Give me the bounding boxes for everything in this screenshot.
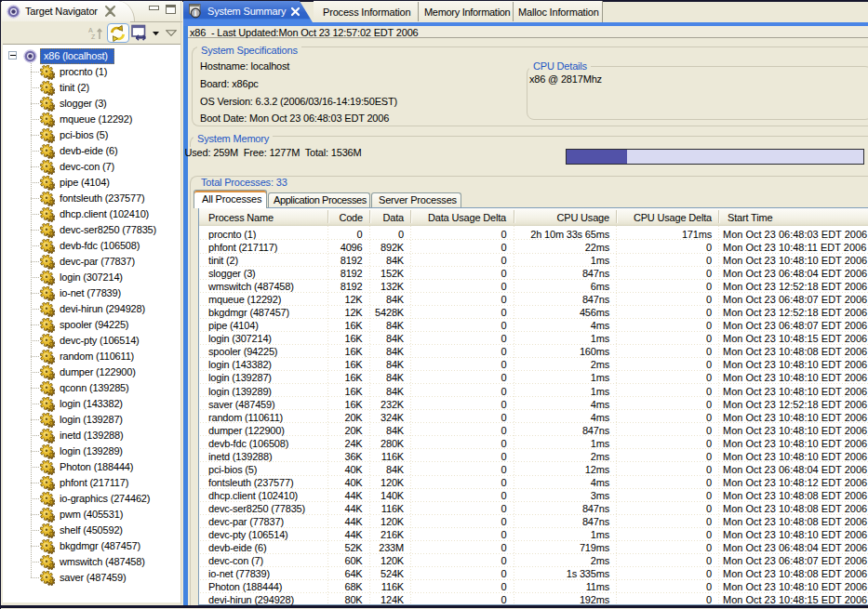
svg-text:A: A [88, 27, 93, 33]
svg-text:Z: Z [91, 33, 96, 40]
